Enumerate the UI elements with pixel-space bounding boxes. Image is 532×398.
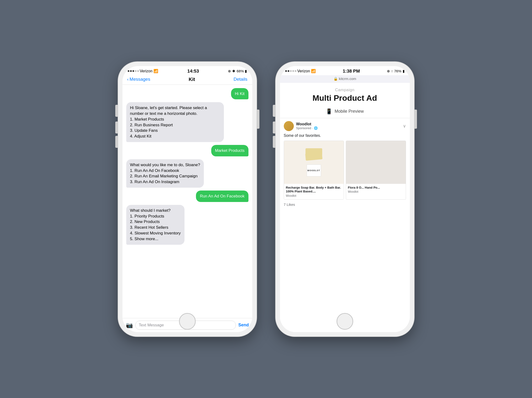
c-signal-dot-5 [295,70,297,72]
sms-battery: 68% [236,69,244,73]
campaign-signal-dots [285,70,297,72]
campaign-label: Campaign [335,88,355,92]
chevron-down-icon: ∨ [403,123,406,129]
product-1-brand: Woodlot [286,194,342,198]
brand-name: Woodlot [296,122,403,126]
fb-ad-header: Woodlot Sponsored · 🌐 ∨ [284,121,406,131]
campaign-home-button[interactable] [336,313,353,330]
mobile-preview-row: 📱 Mobile Preview [326,108,364,115]
message-bubble-received-1: Hi Sloane, let's get started. Please sel… [126,102,224,142]
soap-box: WOODLOT [307,165,321,176]
sms-send-button[interactable]: Send [238,322,249,327]
brand-avatar [284,121,294,131]
campaign-carrier: Verizon [297,69,310,73]
campaign-battery-icon: ▮ [403,69,405,73]
battery-icon: ▮ [245,69,247,73]
sponsored-label: Sponsored · 🌐 [296,126,403,130]
sms-details-button[interactable]: Details [234,77,247,82]
bluetooth-icon: ✱ [232,69,235,73]
sms-phone: Verizon 📶 14:53 ⊕ ✱ 68% ▮ ‹ Messages Kit [118,62,257,336]
wifi-icon: 📶 [153,69,158,73]
sponsored-text: Sponsored · [296,126,313,130]
signal-dot-1 [128,70,129,72]
message-bubble-received-2: What would you like me to do, Sloane?1. … [126,159,204,188]
sms-home-button[interactable] [179,313,196,330]
fb-ad-info: Woodlot Sponsored · 🌐 [296,122,403,130]
globe-icon: 🌐 [314,126,318,130]
sms-nav-bar: ‹ Messages Kit Details [122,75,252,85]
product-1-name: Recharge Soap Bar. Body + Bath Bar. 100%… [286,186,342,194]
sms-time: 14:53 [187,69,199,74]
message-bubble-sent-3: Run An Ad On Facebook [196,191,248,202]
signal-dot-4 [135,70,137,72]
sms-carrier: Verizon [140,69,152,73]
campaign-nav-icon: ↑ [391,69,393,73]
product-2-image [346,141,406,184]
sms-back-button[interactable]: ‹ Messages [127,77,150,82]
message-bubble-received-3: What should I market?1. Priority Product… [126,205,185,245]
sms-back-label[interactable]: Messages [130,77,150,82]
phones-container: Verizon 📶 14:53 ⊕ ✱ 68% ▮ ‹ Messages Kit [118,62,414,336]
soap-bar-2 [305,152,322,161]
sms-phone-inner: Verizon 📶 14:53 ⊕ ✱ 68% ▮ ‹ Messages Kit [122,66,252,332]
sms-contact-title: Kit [189,77,195,82]
location-icon: ⊕ [228,69,231,73]
campaign-wifi-icon: 📶 [311,69,316,73]
product-1-image: WOODLOT [284,141,344,184]
url-bar[interactable]: 🔒 kitcrm.com [280,75,410,83]
url-text: 🔒 kitcrm.com [284,77,405,81]
sms-status-right: ⊕ ✱ 68% ▮ [228,69,247,73]
signal-dot-3 [133,70,134,72]
fb-products: WOODLOT Recharge Soap Bar. Body + Bath B… [284,141,406,200]
soap-visual: WOODLOT [305,148,322,176]
product-1-info: Recharge Soap Bar. Body + Bath Bar. 100%… [284,184,344,199]
url-value: kitcrm.com [339,77,356,81]
c-signal-dot-1 [285,70,287,72]
campaign-battery: 76% [394,69,401,73]
campaign-location-icon: ⊕ [387,69,390,73]
campaign-status-left: Verizon 📶 [285,69,316,73]
mobile-preview-label: Mobile Preview [335,109,364,114]
signal-dot-5 [137,70,139,72]
camera-icon[interactable]: 📷 [126,322,133,328]
mobile-icon: 📱 [326,108,332,115]
sms-placeholder: Text Message [139,323,164,327]
campaign-content: Campaign Multi Product Ad 📱 Mobile Previ… [280,83,410,332]
campaign-status-right: ⊕ ↑ 76% ▮ [387,69,405,73]
sms-status-bar: Verizon 📶 14:53 ⊕ ✱ 68% ▮ [122,66,252,75]
c-signal-dot-3 [290,70,292,72]
campaign-title: Multi Product Ad [308,93,382,103]
product-2-brand: Woodlot [348,190,404,193]
product-2-name: Flora 8 O... Hand Po... [348,186,404,190]
c-signal-dot-4 [292,70,294,72]
back-chevron-icon: ‹ [127,77,129,82]
fb-ad-preview: Woodlot Sponsored · 🌐 ∨ Some of our favo… [280,118,410,332]
fb-product-2: Flora 8 O... Hand Po... Woodlot [346,141,406,200]
status-left: Verizon 📶 [128,69,158,73]
messages-area: Hi Kit Hi Sloane, let's get started. Ple… [122,85,252,318]
avatar-image [284,121,294,131]
campaign-status-bar: Verizon 📶 1:38 PM ⊕ ↑ 76% ▮ [280,66,410,75]
signal-dots [128,70,139,72]
fb-ad-body: Some of our favorites. [284,134,406,138]
message-bubble-sent-1: Hi Kit [231,88,248,100]
campaign-time: 1:38 PM [343,69,360,74]
campaign-phone: Verizon 📶 1:38 PM ⊕ ↑ 76% ▮ 🔒 kitcrm.com [276,62,414,336]
fb-product-1: WOODLOT Recharge Soap Bar. Body + Bath B… [284,141,344,200]
signal-dot-2 [130,70,132,72]
fb-likes: 7 Likes [284,202,406,206]
product-2-info: Flora 8 O... Hand Po... Woodlot [346,184,406,196]
campaign-phone-inner: Verizon 📶 1:38 PM ⊕ ↑ 76% ▮ 🔒 kitcrm.com [280,66,410,332]
c-signal-dot-2 [288,70,289,72]
lock-icon: 🔒 [333,77,339,81]
message-bubble-sent-2: Market Products [211,145,248,156]
